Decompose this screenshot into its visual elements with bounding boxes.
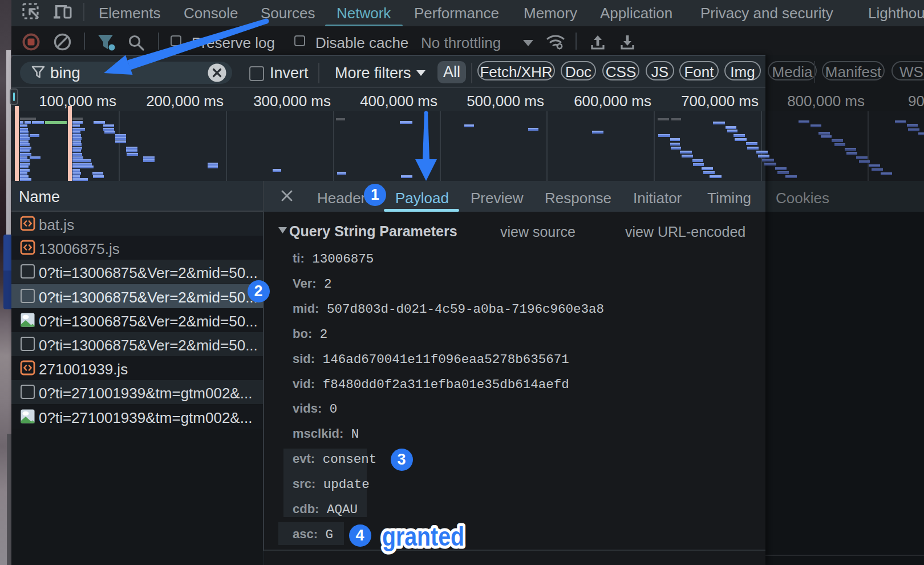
svg-text:granted: granted (382, 521, 464, 551)
